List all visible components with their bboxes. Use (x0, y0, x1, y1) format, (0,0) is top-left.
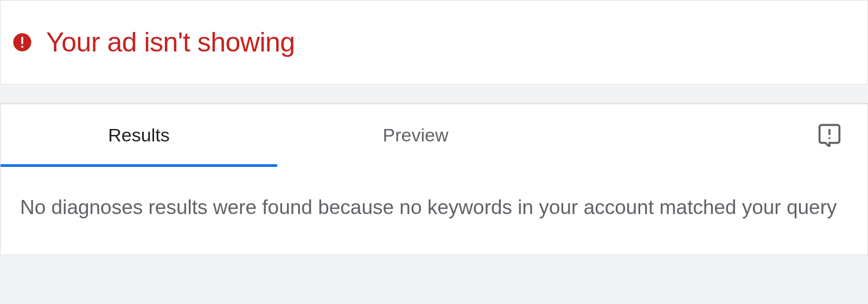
tab-label: Results (108, 125, 169, 146)
tab-preview[interactable]: Preview (277, 103, 554, 167)
status-banner: Your ad isn't showing (0, 0, 868, 85)
svg-rect-1 (21, 37, 23, 44)
tabbar-spacer (554, 103, 808, 167)
feedback-icon (818, 123, 841, 147)
svg-rect-2 (21, 46, 23, 48)
results-panel: Results Preview No diagnoses results wer… (0, 103, 868, 255)
section-gap (0, 85, 868, 103)
feedback-button[interactable] (808, 103, 851, 167)
tab-results[interactable]: Results (1, 103, 277, 167)
tab-label: Preview (383, 125, 449, 146)
banner-title: Your ad isn't showing (46, 27, 295, 58)
results-content: No diagnoses results were found because … (1, 167, 867, 255)
error-icon (11, 31, 33, 53)
no-results-message: No diagnoses results were found because … (20, 193, 848, 222)
tabbar: Results Preview (1, 103, 867, 167)
